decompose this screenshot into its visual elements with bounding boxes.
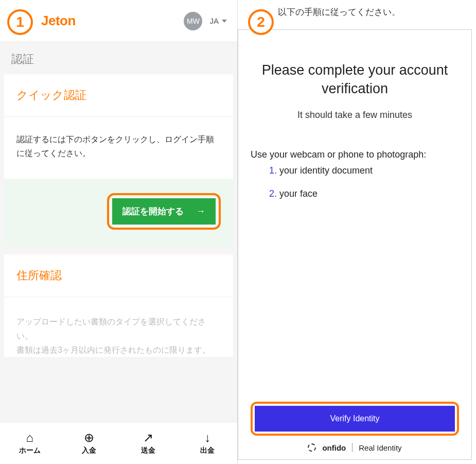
nav-withdraw[interactable]: ↓ 出金 [178,422,237,464]
nav-deposit[interactable]: ⊕ 入金 [59,422,118,464]
panel-right: 以下の手順に従ってください。 Please complete your acco… [238,0,476,464]
verify-identity-button[interactable]: Verify Identity [255,406,455,432]
list-text-2: your face [277,188,318,199]
onfido-brand: onfido Real Identity [251,443,459,452]
verify-title: Please complete your account verificatio… [251,61,459,98]
nav-withdraw-label: 出金 [200,446,215,455]
nav-home-label: ホーム [19,446,41,455]
verify-list: 1. your identity document 2. your face [251,165,459,212]
verify-panel: Please complete your account verificatio… [238,29,472,460]
home-icon: ⌂ [26,432,33,444]
start-auth-highlight: 認証を開始する → [107,193,221,230]
avatar[interactable]: MW [184,12,202,30]
onfido-tagline: Real Identity [359,443,401,452]
list-text-1: your identity document [277,165,373,176]
nav-send[interactable]: ↗ 送金 [119,422,178,464]
address-title: 住所確認 [4,254,233,297]
step-2-badge: 2 [248,9,274,35]
page-title: 認証 [0,42,237,74]
start-auth-button[interactable]: 認証を開始する → [112,198,216,225]
content-area: クイック認証 認証するには下のボタンをクリックし、ログイン手順に従ってください。… [0,74,237,422]
verify-instruction: Use your webcam or phone to photograph: [251,149,459,160]
start-auth-label: 認証を開始する [122,205,184,217]
verify-button-highlight: Verify Identity [251,402,459,436]
verify-list-item-2: 2. your face [269,188,459,199]
nav-send-label: 送金 [141,446,155,455]
quick-auth-action: 認証を開始する → [4,179,233,246]
step-1-badge: 1 [7,9,33,35]
panel-left: Jeton MW JA 認証 クイック認証 認証するには下のボタンをクリックし、… [0,0,238,464]
send-icon: ↗ [143,432,153,444]
verify-subtitle: It should take a few minutes [251,110,459,121]
quick-auth-title: クイック認証 [4,74,233,117]
quick-auth-body: 認証するには下のボタンをクリックし、ログイン手順に従ってください。 [4,117,233,179]
chevron-down-icon [222,20,227,23]
onfido-logo-icon [308,443,316,452]
download-icon: ↓ [204,432,210,444]
bottom-nav: ⌂ ホーム ⊕ 入金 ↗ 送金 ↓ 出金 [0,422,237,464]
address-card: 住所確認 アップロードしたい書類のタイプを選択してください。 書類は過去3ヶ月以… [4,254,233,357]
list-number-2: 2. [269,188,277,199]
verify-footer: Verify Identity onfido Real Identity [251,402,459,452]
app-logo: Jeton [41,13,76,29]
brand-divider [352,443,352,452]
nav-deposit-label: 入金 [82,446,96,455]
onfido-name: onfido [322,443,346,452]
address-body: アップロードしたい書類のタイプを選択してください。 書類は過去3ヶ月以内に発行さ… [4,297,233,357]
language-select[interactable]: JA [209,16,227,25]
topbar: Jeton MW JA [0,0,237,42]
list-number-1: 1. [269,165,277,176]
quick-auth-card: クイック認証 認証するには下のボタンをクリックし、ログイン手順に従ってください。… [4,74,233,246]
nav-home[interactable]: ⌂ ホーム [0,422,59,464]
plus-circle-icon: ⊕ [84,432,94,444]
arrow-right-icon: → [196,206,205,217]
language-label: JA [209,16,219,25]
verify-list-item-1: 1. your identity document [269,165,459,176]
instruction-top-text: 以下の手順に従ってください。 [238,0,476,29]
